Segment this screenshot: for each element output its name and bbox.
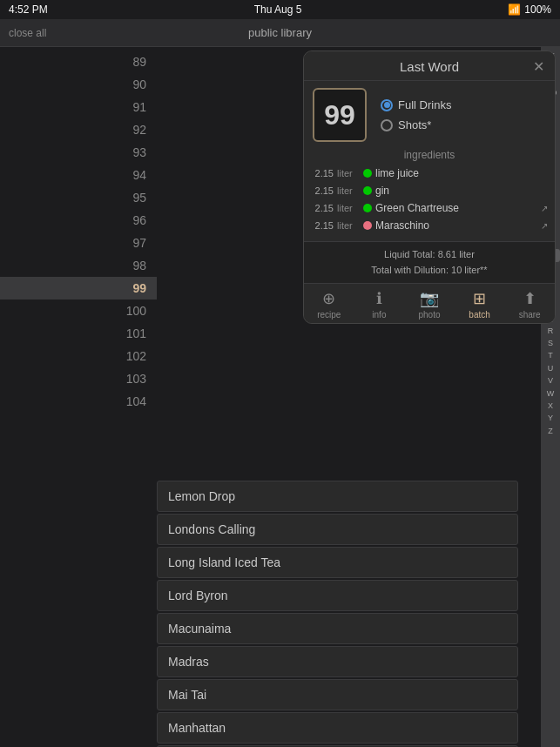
index-item-U[interactable]: U: [548, 362, 554, 374]
number-item-92[interactable]: 92: [0, 118, 157, 141]
number-list: 8990919293949596979899100101102103104: [0, 47, 157, 747]
number-item-98[interactable]: 98: [0, 254, 157, 277]
index-item-T[interactable]: T: [548, 349, 553, 361]
ingredient-unit-3: liter: [337, 220, 360, 231]
number-item-102[interactable]: 102: [0, 345, 157, 367]
index-item-Y[interactable]: Y: [548, 412, 553, 424]
number-item-91[interactable]: 91: [0, 96, 157, 118]
close-all-button[interactable]: close all: [9, 27, 46, 39]
radio-shots-label: Shots*: [398, 118, 431, 131]
tab-label-recipe: recipe: [317, 310, 341, 320]
index-item-R[interactable]: R: [548, 325, 554, 337]
ingredient-row-2: 2.15 liter Green Chartreuse ↗: [311, 199, 548, 217]
bottom-tabs: ⊕ recipe ℹ info 📷 photo ⊞ batch ⬆ share: [304, 283, 555, 323]
main-content: 8990919293949596979899100101102103104 La…: [0, 47, 560, 747]
ingredient-name-0: lime juice: [375, 167, 548, 179]
number-item-96[interactable]: 96: [0, 209, 157, 232]
status-right: 📶 100%: [508, 3, 551, 16]
number-item-95[interactable]: 95: [0, 186, 157, 209]
tab-label-batch: batch: [469, 310, 489, 320]
number-item-97[interactable]: 97: [0, 232, 157, 254]
tab-icon-photo: 📷: [420, 289, 439, 308]
index-item-V[interactable]: V: [548, 374, 553, 387]
drink-item-5[interactable]: Madras: [157, 646, 518, 677]
number-item-90[interactable]: 90: [0, 73, 157, 96]
score-box: 99: [313, 88, 367, 142]
total-dilution: Total with Dilution: 10 liter**: [313, 263, 546, 279]
ingredient-amount-2: 2.15: [311, 203, 334, 213]
ingredient-row-0: 2.15 liter lime juice: [311, 165, 548, 182]
radio-full-label: Full Drinks: [398, 98, 451, 111]
drink-item-7[interactable]: Manhattan: [157, 712, 518, 744]
radio-full-drinks[interactable]: Full Drinks: [381, 98, 451, 111]
index-item-X[interactable]: X: [548, 400, 553, 412]
totals-section: Liquid Total: 8.61 liter Total with Dilu…: [304, 241, 555, 283]
ingredient-amount-1: 2.15: [311, 185, 334, 196]
ingredient-dot-0: [363, 169, 372, 178]
nav-bar: close all public library: [0, 19, 560, 47]
ingredient-name-3: Maraschino: [375, 219, 537, 232]
ingredient-name-1: gin: [375, 185, 548, 197]
tab-icon-share: ⬆: [523, 289, 536, 308]
number-item-103[interactable]: 103: [0, 367, 157, 390]
ingredient-unit-0: liter: [337, 168, 360, 178]
ingredient-name-2: Green Chartreuse: [375, 202, 537, 214]
ingredient-unit-2: liter: [337, 203, 360, 213]
popup-header: Last Word ✕: [304, 51, 555, 81]
drink-list-area: Lemon DropLondons CallingLong Island Ice…: [157, 474, 518, 747]
ingredient-amount-3: 2.15: [311, 220, 334, 231]
number-item-89[interactable]: 89: [0, 50, 157, 73]
number-item-93[interactable]: 93: [0, 141, 157, 164]
ingredient-row-3: 2.15 liter Maraschino ↗: [311, 217, 548, 234]
popup-card: Last Word ✕ 99 Full Drinks Shots*: [303, 50, 556, 324]
radio-shots[interactable]: Shots*: [381, 118, 451, 131]
wifi-icon: 📶: [508, 3, 521, 16]
number-item-101[interactable]: 101: [0, 322, 157, 345]
drink-item-3[interactable]: Lord Byron: [157, 580, 518, 611]
drink-item-2[interactable]: Long Island Iced Tea: [157, 547, 518, 578]
drink-item-4[interactable]: Macunaima: [157, 613, 518, 644]
tab-photo[interactable]: 📷 photo: [404, 284, 455, 323]
nav-title: public library: [248, 26, 312, 39]
tab-icon-recipe: ⊕: [322, 289, 335, 308]
tab-icon-batch: ⊞: [473, 289, 486, 308]
radio-dot-shots: [381, 119, 393, 131]
tab-recipe[interactable]: ⊕ recipe: [304, 284, 354, 323]
ingredient-amount-0: 2.15: [311, 168, 334, 178]
drink-item-6[interactable]: Mai Tai: [157, 679, 518, 710]
ingredient-dot-1: [363, 186, 372, 195]
ingredient-unit-1: liter: [337, 185, 360, 196]
index-item-S[interactable]: S: [548, 337, 553, 349]
number-item-104[interactable]: 104: [0, 390, 157, 413]
tab-label-photo: photo: [418, 310, 440, 320]
ingredient-link-3[interactable]: ↗: [541, 221, 548, 231]
tab-label-share: share: [519, 310, 541, 320]
ingredients-header: ingredients: [311, 149, 548, 161]
drink-item-0[interactable]: Lemon Drop: [157, 481, 518, 512]
ingredient-row-1: 2.15 liter gin: [311, 182, 548, 199]
battery-label: 100%: [524, 3, 551, 16]
ingredients-section: ingredients 2.15 liter lime juice 2.15 l…: [304, 149, 555, 241]
tab-share[interactable]: ⬆ share: [504, 284, 555, 323]
number-item-99[interactable]: 99: [0, 277, 157, 299]
tab-label-info: info: [372, 310, 386, 320]
index-item-Z[interactable]: Z: [548, 425, 553, 437]
score-section: 99 Full Drinks Shots*: [304, 81, 555, 149]
radio-group: Full Drinks Shots*: [381, 98, 451, 131]
tab-info[interactable]: ℹ info: [354, 284, 405, 323]
tab-batch[interactable]: ⊞ batch: [455, 284, 505, 323]
ingredient-link-2[interactable]: ↗: [541, 204, 548, 213]
drink-item-1[interactable]: Londons Calling: [157, 514, 518, 545]
popup-close-button[interactable]: ✕: [527, 58, 544, 75]
score-value: 99: [324, 99, 355, 131]
ingredient-dot-2: [363, 204, 372, 212]
index-item-W[interactable]: W: [547, 387, 555, 400]
number-item-100[interactable]: 100: [0, 299, 157, 322]
tab-icon-info: ℹ: [376, 289, 382, 308]
total-liquid: Liquid Total: 8.61 liter: [313, 247, 546, 263]
popup-title: Last Word: [332, 59, 527, 74]
number-item-94[interactable]: 94: [0, 164, 157, 186]
radio-dot-full: [381, 99, 393, 111]
ingredient-dot-3: [363, 221, 372, 230]
drink-list: Lemon DropLondons CallingLong Island Ice…: [157, 481, 518, 747]
